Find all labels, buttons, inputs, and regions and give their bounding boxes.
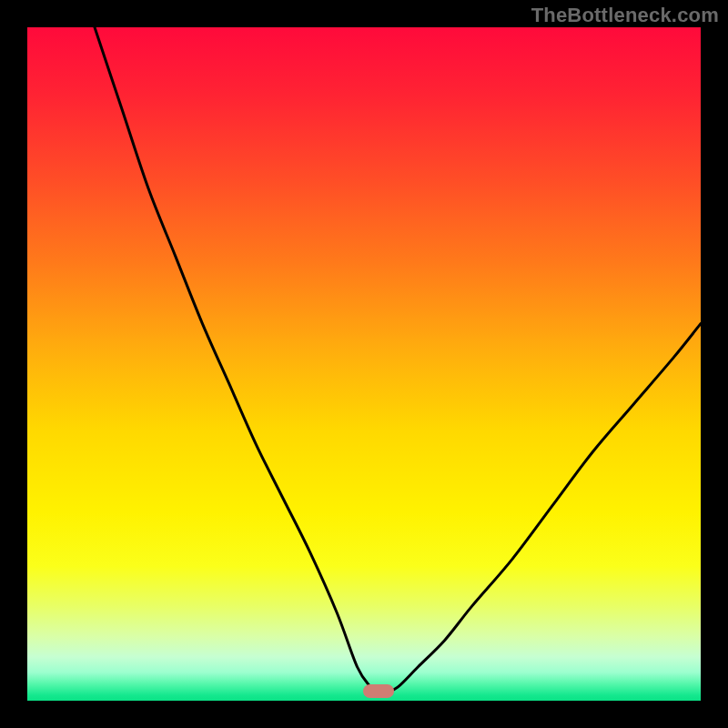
curve-path: [95, 27, 701, 695]
watermark-text: TheBottleneck.com: [531, 4, 719, 27]
balance-marker: [363, 684, 394, 698]
outer-frame: TheBottleneck.com: [0, 0, 728, 728]
plot-area: [27, 27, 701, 701]
bottleneck-curve: [27, 27, 701, 701]
